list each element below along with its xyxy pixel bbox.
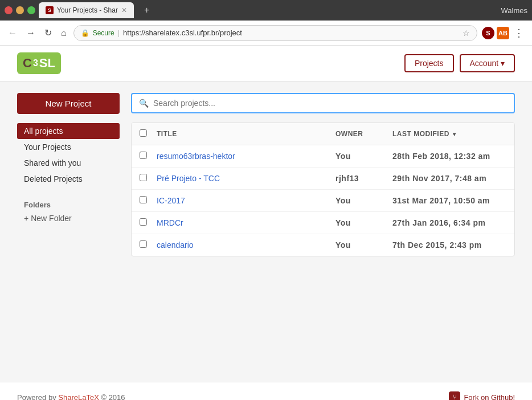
account-button[interactable]: Account ▾ — [460, 54, 515, 72]
main-panel: 🔍 TITLE OWNER LAST MODIFIED ▼ — [131, 93, 515, 370]
select-all-checkbox[interactable] — [140, 129, 147, 137]
header-buttons: Projects Account ▾ — [404, 54, 515, 72]
sidebar: New Project All projects Your Projects S… — [17, 93, 120, 370]
url-text: https://sharelatex.c3sl.ufpr.br/project — [123, 28, 459, 37]
row-owner-1: rjhf13 — [335, 174, 392, 183]
ext-adblock-icon[interactable]: AB — [497, 27, 509, 39]
bookmark-icon[interactable]: ☆ — [463, 28, 470, 38]
browser-menu-icon[interactable]: ⋮ — [511, 26, 526, 40]
browser-tab[interactable]: S Your Projects - Shar ✕ — [39, 2, 134, 18]
row-checkbox-0[interactable] — [140, 151, 157, 161]
sidebar-nav: All projects Your Projects Shared with y… — [17, 123, 120, 187]
sidebar-item-shared-with-you[interactable]: Shared with you — [17, 155, 120, 171]
github-icon: ⑂ — [449, 391, 460, 400]
github-label: Fork on Github! — [464, 393, 515, 401]
sidebar-item-all-projects[interactable]: All projects — [17, 123, 120, 139]
row-title-2: IC-2017 — [157, 195, 335, 206]
col-modified-header[interactable]: LAST MODIFIED ▼ — [392, 130, 506, 138]
new-folder-label: New Folder — [31, 214, 72, 223]
logo-c: C — [23, 56, 32, 71]
content: New Project All projects Your Projects S… — [0, 81, 532, 382]
row-checkbox-2[interactable] — [140, 195, 157, 206]
account-label: Account — [470, 59, 499, 68]
ext-sharelatex-icon[interactable]: S — [482, 27, 494, 39]
logo-sl: SL — [39, 56, 55, 71]
addressbar: ← → ↻ ⌂ 🔒 Secure | https://sharelatex.c3… — [0, 21, 532, 46]
row-owner-0: You — [335, 152, 392, 161]
row-modified-1: 29th Nov 2017, 7:48 am — [392, 174, 506, 183]
search-icon: 🔍 — [139, 99, 149, 108]
projects-button[interactable]: Projects — [404, 54, 454, 72]
logo-3: 3 — [33, 58, 38, 68]
project-link-0[interactable]: resumo63rbras-hektor — [157, 152, 235, 161]
row-modified-3: 27th Jan 2016, 6:34 pm — [392, 218, 506, 227]
minimize-btn[interactable] — [16, 6, 24, 14]
col-title-header: TITLE — [157, 130, 335, 138]
account-dropdown-icon: ▾ — [501, 59, 505, 68]
new-tab-button[interactable]: + — [140, 3, 154, 18]
search-input[interactable] — [153, 99, 507, 108]
forward-button[interactable]: → — [24, 26, 38, 40]
search-bar: 🔍 — [131, 93, 515, 113]
row-title-4: calendario — [157, 240, 335, 250]
row-owner-2: You — [335, 196, 392, 205]
row-modified-2: 31st Mar 2017, 10:50 am — [392, 196, 506, 205]
sidebar-item-your-projects[interactable]: Your Projects — [17, 139, 120, 155]
tab-title: Your Projects - Shar — [57, 6, 118, 14]
table-row: MRDCr You 27th Jan 2016, 6:34 pm — [132, 212, 514, 234]
project-link-1[interactable]: Pré Projeto - TCC — [157, 174, 220, 183]
tab-close-icon[interactable]: ✕ — [121, 6, 127, 14]
row-checkbox-4[interactable] — [140, 240, 157, 250]
secure-label: Secure — [93, 29, 114, 37]
table-header: TITLE OWNER LAST MODIFIED ▼ — [132, 123, 514, 145]
folders-label: Folders — [17, 198, 120, 211]
sort-arrow-icon: ▼ — [452, 131, 457, 137]
page: C 3 SL Projects Account ▾ New Project Al… — [0, 46, 532, 400]
browser-actions: S AB ⋮ — [482, 26, 526, 40]
projects-table: TITLE OWNER LAST MODIFIED ▼ resumo63rbra… — [131, 123, 515, 256]
project-link-4[interactable]: calendario — [157, 240, 194, 250]
table-row: calendario You 7th Dec 2015, 2:43 pm — [132, 234, 514, 256]
tab-favicon: S — [46, 6, 54, 14]
back-button[interactable]: ← — [6, 26, 19, 40]
github-link[interactable]: ⑂ Fork on Github! — [449, 391, 515, 400]
new-folder-button[interactable]: + New Folder — [17, 211, 79, 225]
row-checkbox-1[interactable] — [140, 173, 157, 183]
new-project-button[interactable]: New Project — [17, 93, 120, 114]
reload-button[interactable]: ↻ — [42, 25, 54, 40]
address-box[interactable]: 🔒 Secure | https://sharelatex.c3sl.ufpr.… — [73, 25, 477, 41]
col-owner-header: OWNER — [335, 130, 392, 138]
table-row: IC-2017 You 31st Mar 2017, 10:50 am — [132, 190, 514, 212]
url-separator: | — [118, 28, 120, 37]
project-link-3[interactable]: MRDCr — [157, 218, 183, 227]
user-name: Walmes — [501, 6, 527, 15]
header-check — [140, 129, 157, 139]
table-body: resumo63rbras-hektor You 28th Feb 2018, … — [132, 145, 514, 256]
plus-icon: + — [24, 214, 28, 223]
project-link-2[interactable]: IC-2017 — [157, 196, 185, 205]
logo-box: C 3 SL — [17, 52, 61, 74]
site-header: C 3 SL Projects Account ▾ — [0, 46, 532, 81]
titlebar: S Your Projects - Shar ✕ + Walmes — [0, 0, 532, 21]
table-row: Pré Projeto - TCC rjhf13 29th Nov 2017, … — [132, 168, 514, 190]
row-title-0: resumo63rbras-hektor — [157, 151, 335, 161]
table-row: resumo63rbras-hektor You 28th Feb 2018, … — [132, 145, 514, 168]
row-owner-4: You — [335, 240, 392, 250]
row-title-3: MRDCr — [157, 218, 335, 228]
footer: Powered by ShareLaTeX © 2016 ⑂ Fork on G… — [0, 382, 532, 400]
close-btn[interactable] — [5, 6, 13, 14]
lock-icon: 🔒 — [81, 29, 89, 37]
row-owner-3: You — [335, 218, 392, 227]
maximize-btn[interactable] — [27, 6, 35, 14]
row-modified-4: 7th Dec 2015, 2:43 pm — [392, 240, 506, 250]
home-button[interactable]: ⌂ — [59, 26, 69, 40]
row-title-1: Pré Projeto - TCC — [157, 173, 335, 183]
row-modified-0: 28th Feb 2018, 12:32 am — [392, 152, 506, 161]
sidebar-item-deleted-projects[interactable]: Deleted Projects — [17, 171, 120, 187]
row-checkbox-3[interactable] — [140, 218, 157, 228]
logo: C 3 SL — [17, 52, 61, 74]
sharelatex-link[interactable]: ShareLaTeX — [58, 393, 99, 401]
footer-powered-by: Powered by ShareLaTeX © 2016 — [17, 393, 125, 401]
